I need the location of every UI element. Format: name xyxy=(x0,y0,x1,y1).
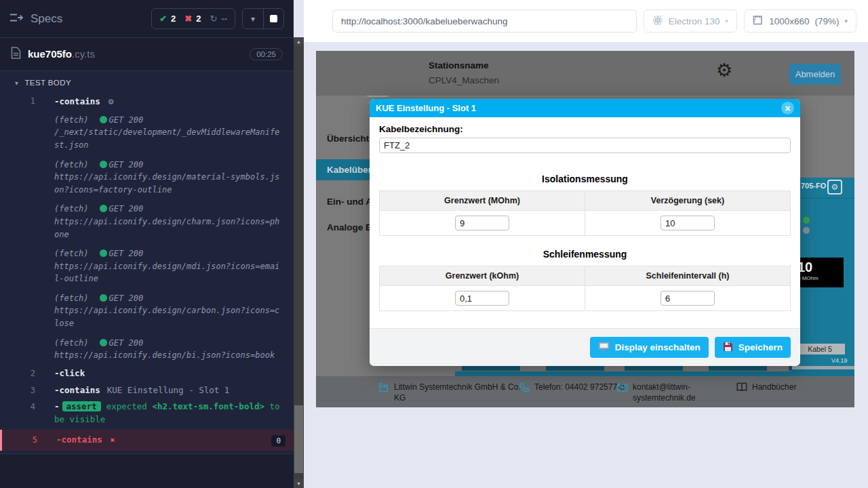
viewport-size: 1000x660 xyxy=(769,16,809,26)
stat-failed: ✖2 xyxy=(184,14,201,24)
command-row-contains-3[interactable]: 3 -containsKUE Einstellung - Slot 1 xyxy=(0,382,294,399)
kue-settings-modal: KUE Einstellung - Slot 1 × Kabelbezeichn… xyxy=(370,99,800,366)
cable-designation-label: Kabelbezeichnung: xyxy=(379,124,791,134)
station-label: Stationsname xyxy=(429,60,499,70)
factory-icon xyxy=(378,382,389,403)
gear-icon: ⚙ xyxy=(108,96,114,106)
command-row-contains-1[interactable]: 1 -contains⚙ xyxy=(0,93,294,110)
fail-count-badge: 0 xyxy=(271,435,285,447)
modal-footer: Display einschalten Speichern xyxy=(370,328,800,366)
cable-name-label: Kabel 5 xyxy=(795,344,845,354)
spec-ext: .cy.ts xyxy=(72,48,95,60)
divider xyxy=(0,453,294,454)
spec-name: kue705fo xyxy=(28,48,72,60)
settings-gear-icon[interactable]: ⚙ xyxy=(716,62,732,80)
close-icon[interactable]: × xyxy=(781,102,794,115)
fetch-log-row[interactable]: (fetch)GET 200 /_next/static/development… xyxy=(0,110,294,155)
modal-body: Kabelbezeichnung: Isolationsmessung Gren… xyxy=(370,117,800,311)
table-cell xyxy=(585,286,791,311)
app-footer: Littwin Systemtechnik GmbH & Co. KG Tele… xyxy=(316,376,854,407)
footer-company: Littwin Systemtechnik GmbH & Co. KG xyxy=(378,382,533,403)
table-cell xyxy=(585,211,791,236)
viewport-zoom: (79%) xyxy=(814,16,839,26)
isolation-section-title: Isolationsmessung xyxy=(379,174,791,184)
command-row-assert[interactable]: 4 -assertexpected <h2.text-sm.font-bold>… xyxy=(0,399,294,428)
status-dot-icon xyxy=(100,339,107,346)
stat-pending: ↻-- xyxy=(210,14,227,24)
status-dot-icon xyxy=(100,116,107,123)
loop-limit-input[interactable] xyxy=(455,291,509,306)
fetch-url: https://api.iconify.design/mdi.json?icon… xyxy=(54,260,284,285)
loop-table: Grenzwert (kOhm) Schleifenintervall (h) xyxy=(379,266,791,311)
fetch-log-row[interactable]: (fetch)GET 200 https://api.iconify.desig… xyxy=(0,244,294,289)
envelope-icon xyxy=(617,382,628,403)
loop-col-limit: Grenzwert (kOhm) xyxy=(380,266,585,286)
monitor-icon xyxy=(598,342,610,354)
viewport-selector[interactable]: 1000x660 (79%) ▾ xyxy=(744,9,856,33)
stop-icon xyxy=(270,15,277,22)
check-icon: ✔ xyxy=(159,14,167,24)
display-on-button[interactable]: Display einschalten xyxy=(590,337,709,358)
modal-title: KUE Einstellung - Slot 1 xyxy=(376,103,476,113)
scroll-up-icon[interactable]: ▲ xyxy=(294,37,304,46)
book-icon xyxy=(736,382,747,394)
fetch-url: https://api.iconify.design/charm.json?ic… xyxy=(54,216,284,241)
status-dot-icon xyxy=(100,294,107,302)
command-row-contains-failed[interactable]: 5 -contains✖ 0 xyxy=(0,430,294,451)
reporter-scrollbar[interactable]: ▲ ▼ xyxy=(294,37,304,488)
scrollbar-thumb[interactable] xyxy=(294,405,303,473)
fail-cross-icon: ✖ xyxy=(111,436,115,445)
fetch-url: /_next/static/development/_devMiddleware… xyxy=(54,126,284,151)
cable-designation-input[interactable] xyxy=(379,138,791,153)
spec-row[interactable]: kue705fo.cy.ts 00:25 xyxy=(0,38,294,70)
chevron-down-icon: ▾ xyxy=(15,79,18,87)
loop-section-title: Schleifenmessung xyxy=(379,249,791,260)
fetch-url: https://api.iconify.design/carbon.json?i… xyxy=(54,304,284,329)
stop-button[interactable] xyxy=(263,9,283,28)
isolation-limit-input[interactable] xyxy=(455,216,509,230)
chevron-down-icon: ▾ xyxy=(726,18,729,24)
slot-gear-icon[interactable]: ⚙ xyxy=(827,180,842,195)
test-stats: ✔2 ✖2 ↻-- xyxy=(151,8,235,29)
spec-time-badge: 00:25 xyxy=(250,48,283,60)
status-dot-icon xyxy=(100,205,107,212)
contains-value: KUE Einstellung - Slot 1 xyxy=(107,385,230,395)
scroll-down-icon[interactable]: ▼ xyxy=(294,479,304,488)
reporter-header: Specs ✔2 ✖2 ↻-- ▾ xyxy=(0,0,294,37)
fetch-log-row[interactable]: (fetch)GET 200 https://api.iconify.desig… xyxy=(0,289,294,333)
browser-selector[interactable]: Electron 130 ▾ xyxy=(644,9,737,33)
fetch-log-row[interactable]: (fetch)GET 200 https://api.iconify.desig… xyxy=(0,155,294,200)
footer-email: kontakt@littwin-systemtechnik.de xyxy=(617,382,743,403)
fetch-url: https://api.iconify.design/bi.json?icons… xyxy=(54,349,284,362)
footer-manuals[interactable]: Handbücher xyxy=(736,382,796,394)
command-log: ▾ TEST BODY 1 -contains⚙ (fetch)GET 200 … xyxy=(0,71,294,453)
isolation-col-limit: Grenzwert (MOhm) xyxy=(380,191,585,211)
stat-passed: ✔2 xyxy=(159,14,176,24)
measurement-display: 10 0 MOhm xyxy=(793,258,844,287)
collapse-button[interactable]: ▾ xyxy=(243,9,263,28)
chevron-down-icon: ▾ xyxy=(844,18,848,24)
save-button[interactable]: Speichern xyxy=(715,337,791,358)
phone-icon xyxy=(519,382,530,395)
modal-header: KUE Einstellung - Slot 1 × xyxy=(370,99,800,117)
assert-badge: assert xyxy=(62,401,101,411)
fetch-log-row[interactable]: (fetch)GET 200 https://api.iconify.desig… xyxy=(0,333,294,365)
specs-label[interactable]: Specs xyxy=(31,12,62,26)
fetch-log-row[interactable]: (fetch)GET 200 https://api.iconify.desig… xyxy=(0,199,294,244)
isolation-col-delay: Verzögerung (sek) xyxy=(585,191,791,211)
command-row-click[interactable]: 2 -click xyxy=(0,365,294,382)
loop-interval-input[interactable] xyxy=(660,291,715,306)
url-input[interactable] xyxy=(332,9,637,33)
status-green-dot xyxy=(803,217,810,224)
refresh-icon: ↻ xyxy=(210,14,217,24)
slot-card-partial: 705-FO ⚙ 10 0 MOhm Kabel 5 V4.19 stand [… xyxy=(792,178,854,377)
specs-menu-icon[interactable] xyxy=(9,12,24,26)
test-body-header[interactable]: ▾ TEST BODY xyxy=(0,71,294,93)
assert-element: <h2.text-sm.font-bold> xyxy=(152,401,264,411)
status-gray-dot xyxy=(803,227,810,234)
browser-name: Electron 130 xyxy=(669,16,720,26)
isolation-delay-input[interactable] xyxy=(660,216,715,230)
electron-icon xyxy=(652,15,663,28)
fetch-url: https://api.iconify.design/material-symb… xyxy=(54,171,284,196)
logout-button[interactable]: Abmelden xyxy=(789,64,841,85)
